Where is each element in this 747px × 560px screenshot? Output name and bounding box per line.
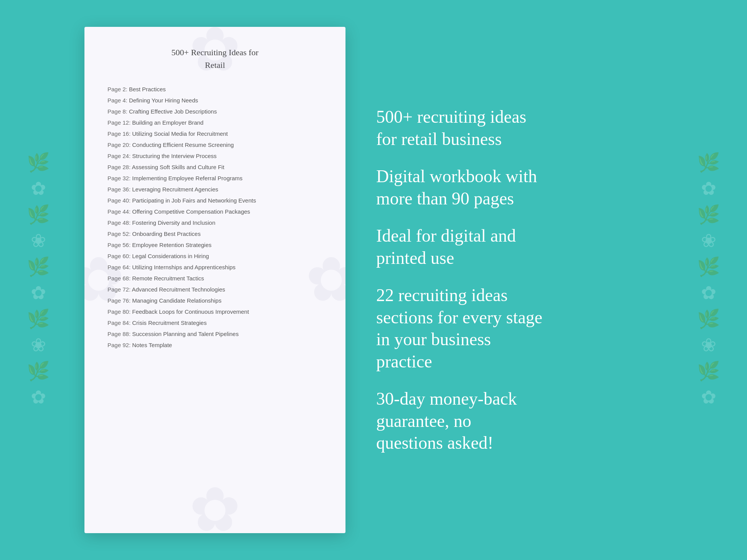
page-title-text: Leveraging Recruitment Agencies <box>132 186 218 193</box>
page-number: Page 8: <box>107 108 127 115</box>
page-number: Page 52: <box>107 231 131 237</box>
page-title-text: Structuring the Interview Process <box>132 153 216 159</box>
toc-item: Page 40: Participating in Job Fairs and … <box>107 196 322 204</box>
page-title-text: Assessing Soft Skills and Culture Fit <box>132 164 224 170</box>
feature-point-1: 500+ recruiting ideasfor retail business <box>376 106 663 150</box>
page-title-text: Managing Candidate Relationships <box>132 297 221 304</box>
toc-item: Page 48: Fostering Diversity and Inclusi… <box>107 219 322 227</box>
toc-item: Page 44: Offering Competitive Compensati… <box>107 208 322 216</box>
toc-item: Page 28: Assessing Soft Skills and Cultu… <box>107 163 322 171</box>
page-title-text: Utilizing Social Media for Recruitment <box>132 130 228 137</box>
page-number: Page 40: <box>107 197 131 204</box>
page-title-text: Conducting Efficient Resume Screening <box>132 142 234 148</box>
page-title-text: Advanced Recruitment Technologies <box>132 286 225 293</box>
toc-item: Page 8: Crafting Effective Job Descripti… <box>107 107 322 115</box>
page-number: Page 16: <box>107 130 131 137</box>
toc-item: Page 72: Advanced Recruitment Technologi… <box>107 285 322 293</box>
page-number: Page 48: <box>107 219 131 226</box>
toc-item: Page 12: Building an Employer Brand <box>107 119 322 127</box>
page-title-text: Utilizing Internships and Apprenticeship… <box>132 264 235 270</box>
page-number: Page 24: <box>107 153 131 159</box>
page-number: Page 12: <box>107 119 131 126</box>
toc-item: Page 88: Succession Planning and Talent … <box>107 330 322 338</box>
watermark-left: ✿ <box>84 249 124 311</box>
page-number: Page 36: <box>107 186 131 193</box>
document-card: ✿ ✿ ✿ ✿ 500+ Recruiting Ideas forRetail … <box>84 27 345 533</box>
page-title-text: Succession Planning and Talent Pipelines <box>132 331 238 337</box>
page-title-text: Fostering Diversity and Inclusion <box>132 219 215 226</box>
table-of-contents: Page 2: Best PracticesPage 4: Defining Y… <box>107 85 322 349</box>
toc-item: Page 56: Employee Retention Strategies <box>107 241 322 249</box>
toc-item: Page 20: Conducting Efficient Resume Scr… <box>107 141 322 149</box>
feature-point-3: Ideal for digital andprinted use <box>376 225 663 269</box>
toc-item: Page 76: Managing Candidate Relationship… <box>107 296 322 305</box>
toc-item: Page 68: Remote Recruitment Tactics <box>107 274 322 282</box>
toc-item: Page 2: Best Practices <box>107 85 322 93</box>
page-title-text: Employee Retention Strategies <box>132 242 212 248</box>
toc-item: Page 84: Crisis Recruitment Strategies <box>107 319 322 327</box>
page-number: Page 28: <box>107 164 131 170</box>
page-number: Page 32: <box>107 175 131 181</box>
toc-item: Page 92: Notes Template <box>107 341 322 349</box>
toc-item: Page 80: Feedback Loops for Continuous I… <box>107 308 322 316</box>
page-title-text: Crisis Recruitment Strategies <box>132 320 207 326</box>
page-number: Page 84: <box>107 320 131 326</box>
right-content: 500+ recruiting ideasfor retail business… <box>369 106 663 454</box>
toc-item: Page 36: Leveraging Recruitment Agencies <box>107 185 322 193</box>
page-number: Page 88: <box>107 331 131 337</box>
feature-point-4: 22 recruiting ideassections for every st… <box>376 284 663 372</box>
toc-item: Page 16: Utilizing Social Media for Recr… <box>107 130 322 138</box>
main-layout: ✿ ✿ ✿ ✿ 500+ Recruiting Ideas forRetail … <box>0 0 747 560</box>
page-title-text: Building an Employer Brand <box>132 119 203 126</box>
page-number: Page 44: <box>107 208 131 215</box>
toc-item: Page 64: Utilizing Internships and Appre… <box>107 263 322 271</box>
page-number: Page 2: <box>107 86 127 92</box>
page-title-text: Notes Template <box>132 342 172 348</box>
watermark-right: ✿ <box>306 249 345 311</box>
toc-item: Page 24: Structuring the Interview Proce… <box>107 152 322 160</box>
toc-item: Page 32: Implementing Employee Referral … <box>107 174 322 182</box>
page-number: Page 20: <box>107 142 131 148</box>
watermark-bottom: ✿ <box>189 479 241 533</box>
toc-item: Page 60: Legal Considerations in Hiring <box>107 252 322 260</box>
feature-point-5: 30-day money-backguarantee, noquestions … <box>376 388 663 454</box>
page-title-text: Remote Recruitment Tactics <box>132 275 204 282</box>
watermark-top: ✿ <box>189 27 241 81</box>
page-title-text: Participating in Job Fairs and Networkin… <box>132 197 256 204</box>
page-number: Page 4: <box>107 97 127 104</box>
page-title-text: Defining Your Hiring Needs <box>129 97 198 104</box>
page-title-text: Legal Considerations in Hiring <box>132 253 209 259</box>
page-title-text: Best Practices <box>129 86 166 92</box>
page-title-text: Crafting Effective Job Descriptions <box>129 108 217 115</box>
toc-item: Page 4: Defining Your Hiring Needs <box>107 96 322 104</box>
page-title-text: Implementing Employee Referral Programs <box>132 175 243 181</box>
page-title-text: Feedback Loops for Continuous Improvemen… <box>132 308 249 315</box>
page-number: Page 92: <box>107 342 131 348</box>
page-title-text: Offering Competitive Compensation Packag… <box>132 208 250 215</box>
page-title-text: Onboarding Best Practices <box>132 231 200 237</box>
feature-point-2: Digital workbook withmore than 90 pages <box>376 165 663 209</box>
toc-item: Page 52: Onboarding Best Practices <box>107 230 322 238</box>
